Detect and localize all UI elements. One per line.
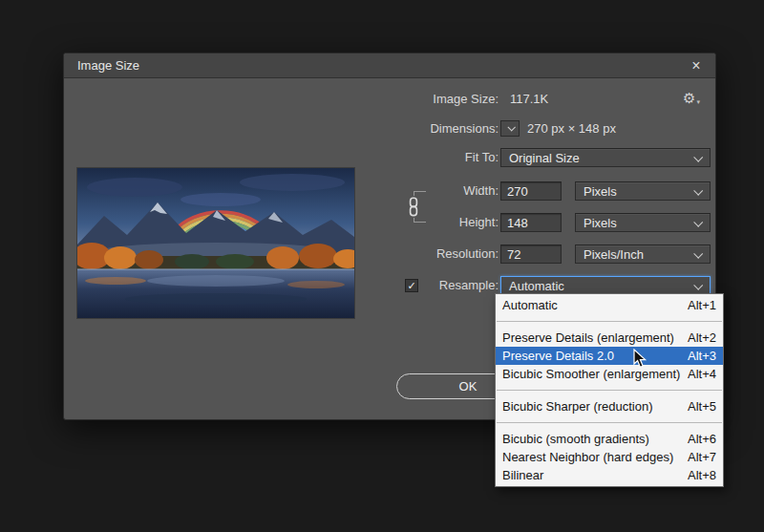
height-unit-select[interactable]: Pixels [575,213,711,232]
resample-label: Resample: [331,276,499,295]
dialog-title: Image Size [64,58,139,73]
fit-to-label: Fit To: [331,148,499,167]
dialog-titlebar[interactable]: Image Size × [64,53,715,78]
close-icon[interactable]: × [683,53,710,78]
menu-separator [496,383,723,397]
chevron-down-icon [693,249,703,259]
height-label: Height: [331,213,499,232]
menu-separator [496,415,723,430]
resolution-label: Resolution: [331,245,499,264]
mouse-cursor-icon [633,349,647,373]
resolution-input[interactable] [500,245,562,264]
desktop-background: Image Size × Image Size: 117.1K ⚙ ▾ Dime… [0,0,764,532]
dimensions-value: 270 px × 148 px [527,120,616,137]
menu-item-automatic[interactable]: Automatic Alt+1 [496,296,723,314]
gear-dropdown-arrow-icon: ▾ [696,98,700,106]
chevron-down-icon [693,218,703,227]
menu-item-bicubic-sharper[interactable]: Bicubic Sharper (reduction) Alt+5 [496,397,723,415]
dimensions-unit-button[interactable] [500,120,520,137]
menu-item-bilinear[interactable]: Bilinear Alt+8 [496,466,723,484]
chevron-down-icon [693,281,703,290]
menu-separator [496,314,723,329]
chevron-down-icon [693,153,703,162]
height-input[interactable] [500,213,562,232]
width-label: Width: [331,181,499,201]
menu-item-bicubic-smoother[interactable]: Bicubic Smoother (enlargement) Alt+4 [496,365,723,383]
menu-item-preserve-details-enlargement[interactable]: Preserve Details (enlargement) Alt+2 [496,329,723,347]
dimensions-label: Dimensions: [331,120,499,137]
width-unit-select[interactable]: Pixels [575,181,711,201]
menu-item-nearest-neighbor[interactable]: Nearest Neighbor (hard edges) Alt+7 [496,448,723,466]
image-preview [77,168,354,318]
resample-select[interactable]: Automatic [500,276,711,295]
fit-to-select[interactable]: Original Size [500,148,711,167]
landscape-preview-art [77,168,354,318]
chevron-down-icon [693,186,703,196]
menu-item-preserve-details-2-0[interactable]: Preserve Details 2.0 Alt+3 [496,347,723,365]
resolution-unit-select[interactable]: Pixels/Inch [575,245,711,264]
menu-item-bicubic-smooth-gradients[interactable]: Bicubic (smooth gradients) Alt+6 [496,430,723,448]
chevron-down-icon [507,123,515,131]
image-size-label: Image Size: [331,92,499,107]
gear-icon[interactable]: ⚙ ▾ [683,88,711,109]
resample-dropdown-menu: Automatic Alt+1 Preserve Details (enlarg… [495,293,724,487]
image-size-value: 117.1K [510,92,548,107]
width-input[interactable] [500,181,562,201]
